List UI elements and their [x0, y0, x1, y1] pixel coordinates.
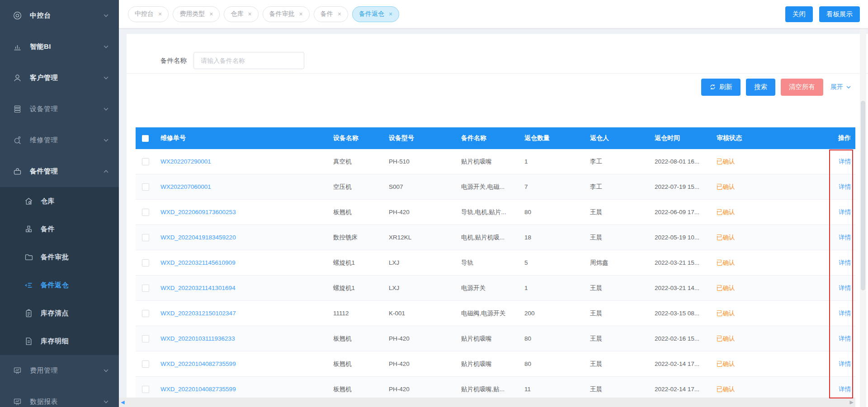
detail-link[interactable]: 详情 [839, 234, 851, 241]
row-checkbox[interactable] [142, 183, 149, 191]
sidebar-item-inventory-detail[interactable]: 库存明细 [0, 327, 119, 355]
close-button[interactable]: 关闭 [785, 6, 813, 22]
order-no-link[interactable]: WXD_20220312150102347 [160, 310, 236, 317]
sidebar-submenu: 仓库 备件 备件审批 备件返仓 库存清点 库存明细 [0, 187, 119, 355]
return-person-cell: 王晨 [590, 284, 655, 292]
sidebar-item-expense[interactable]: 费用管理 [0, 355, 119, 386]
tab-chip-1[interactable]: 中控台 × [128, 6, 169, 22]
detail-link[interactable]: 详情 [839, 259, 851, 266]
search-button[interactable]: 搜索 [746, 79, 775, 96]
sidebar-item-device[interactable]: 设备管理 [0, 94, 119, 125]
table-row: WX202207060001 空压机 S007 电源开关,电磁... 7 李工 … [136, 174, 855, 200]
return-person-cell: 李工 [590, 183, 655, 191]
sidebar-item-report[interactable]: 数据报表 [0, 386, 119, 407]
row-checkbox[interactable] [142, 209, 149, 216]
tab-chip-6[interactable]: 备件返仓 × [352, 6, 399, 22]
order-no-link[interactable]: WXD_20220321145610909 [160, 259, 236, 266]
tab-chip-2[interactable]: 费用类型 × [173, 6, 220, 22]
clear-all-button[interactable]: 清空所有 [781, 79, 823, 96]
chevron-down-icon [103, 368, 109, 374]
select-all-checkbox[interactable] [142, 135, 149, 142]
row-checkbox[interactable] [142, 158, 149, 165]
sidebar-item-repair[interactable]: 维修管理 [0, 125, 119, 156]
order-no-link[interactable]: WXD_20220104082735599 [160, 360, 236, 367]
table-row: WXD_20220321145610909 螺旋机1 LXJ 导轨 5 周炜鑫 … [136, 250, 855, 276]
topbar-buttons: 关闭 看板展示 [785, 6, 860, 22]
refresh-button[interactable]: 刷新 [701, 79, 741, 96]
expand-toggle[interactable]: 展开 [830, 83, 851, 91]
sidebar-item-parts-return[interactable]: 备件返仓 [0, 271, 119, 299]
return-qty-cell: 7 [524, 183, 590, 190]
filter-form: 备件名称 [127, 52, 868, 69]
device-model-cell: S007 [389, 183, 461, 190]
device-name-cell: 板翘机 [333, 385, 389, 393]
board-display-button[interactable]: 看板展示 [819, 6, 860, 22]
row-checkbox[interactable] [142, 386, 149, 393]
close-tab-icon[interactable]: × [209, 11, 213, 17]
table-row: WXD_20220419183459220 数控铣床 XR12KL 电机,贴片机… [136, 225, 855, 250]
scroll-right-arrow-icon[interactable]: ▶ [850, 399, 854, 405]
order-no-link[interactable]: WX202207290001 [160, 158, 211, 165]
part-name-cell: 电机,贴片机吸... [461, 234, 524, 242]
clipboard-icon [24, 308, 33, 318]
order-no-link[interactable]: WXD_20220419183459220 [160, 234, 236, 241]
order-no-link[interactable]: WXD_20220103111936233 [160, 335, 235, 342]
sidebar-item-customer[interactable]: 客户管理 [0, 62, 119, 94]
table-row: WXD_20220104082735599 板翘机 PH-420 贴片机吸嘴 8… [136, 351, 855, 377]
vertical-scrollbar[interactable] [860, 6, 866, 407]
tab-chip-3[interactable]: 仓库 × [224, 6, 258, 22]
detail-link[interactable]: 详情 [839, 335, 851, 342]
close-tab-icon[interactable]: × [338, 11, 341, 17]
close-tab-icon[interactable]: × [389, 11, 392, 17]
detail-link[interactable]: 详情 [839, 310, 851, 317]
table-row: WXD_20220312150102347 11112 K-001 电磁阀,电源… [136, 301, 855, 326]
order-no-link[interactable]: WXD_20220104082735599 [160, 386, 236, 393]
sidebar-item-spare-parts[interactable]: 备件管理 [0, 156, 119, 187]
status-badge: 已确认 [717, 386, 735, 393]
return-time-cell: 2022-03-15 08... [655, 310, 717, 317]
sidebar-item-inventory-count[interactable]: 库存清点 [0, 299, 119, 327]
sidebar-item-bi[interactable]: 智能BI [0, 31, 119, 62]
sidebar-item-warehouse[interactable]: 仓库 [0, 187, 119, 215]
table-header: 维修单号设备名称设备型号备件名称返仓数量返仓人返仓时间审核状态操作 [136, 127, 855, 149]
row-checkbox[interactable] [142, 335, 149, 342]
detail-link[interactable]: 详情 [839, 158, 851, 165]
scroll-left-arrow-icon[interactable]: ◀ [121, 399, 124, 405]
close-tab-icon[interactable]: × [158, 11, 162, 17]
sidebar-item-console[interactable]: 中控台 [0, 0, 119, 31]
detail-link[interactable]: 详情 [839, 386, 851, 393]
row-checkbox[interactable] [142, 259, 149, 267]
action-bar: 刷新 搜索 清空所有 展开 [127, 74, 868, 100]
part-name-input[interactable] [193, 52, 304, 69]
return-time-cell: 2022-08-01 16... [655, 158, 717, 165]
order-no-link[interactable]: WXD_20220321141301694 [160, 285, 236, 291]
table-body: WX202207290001 真空机 PH-510 贴片机吸嘴 1 李工 202… [136, 149, 855, 402]
return-list-icon [24, 280, 33, 290]
sidebar-item-parts-approval[interactable]: 备件审批 [0, 243, 119, 271]
detail-link[interactable]: 详情 [839, 183, 851, 190]
row-checkbox[interactable] [142, 310, 149, 317]
close-tab-icon[interactable]: × [299, 11, 303, 17]
return-qty-cell: 80 [524, 209, 590, 215]
device-name-cell: 螺旋机1 [333, 259, 389, 267]
return-time-cell: 2022-02-14 17... [655, 360, 717, 367]
return-person-cell: 王晨 [590, 385, 655, 393]
sidebar-item-parts[interactable]: 备件 [0, 215, 119, 243]
tab-chip-5[interactable]: 备件 × [314, 6, 348, 22]
horizontal-scrollbar[interactable]: ◀ ▶ [119, 398, 855, 407]
row-checkbox[interactable] [142, 285, 149, 292]
order-no-link[interactable]: WXD_20220609173600253 [160, 209, 236, 215]
row-checkbox[interactable] [142, 360, 149, 368]
return-qty-cell: 80 [524, 335, 590, 342]
order-no-link[interactable]: WX202207060001 [160, 183, 211, 190]
close-tab-icon[interactable]: × [248, 11, 251, 17]
detail-link[interactable]: 详情 [839, 209, 851, 215]
scrollbar-thumb[interactable] [861, 101, 865, 290]
detail-link[interactable]: 详情 [839, 285, 851, 291]
table-row: WXD_20220609173600253 板翘机 PH-420 导轨,电机,贴… [136, 200, 855, 225]
sidebar: 中控台 智能BI 客户管理 设备管理 维修管理 备件管理 仓库 备件 备件审批 … [0, 0, 119, 407]
tab-chip-4[interactable]: 备件审批 × [263, 6, 310, 22]
detail-link[interactable]: 详情 [839, 360, 851, 367]
row-checkbox[interactable] [142, 234, 149, 241]
part-name-cell: 电磁阀,电源开关 [461, 309, 524, 318]
